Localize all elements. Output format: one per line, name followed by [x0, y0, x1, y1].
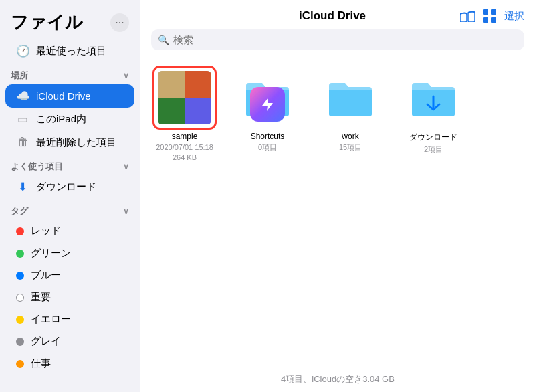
- tag-label: 仕事: [31, 357, 51, 370]
- trash-icon: 🗑: [16, 136, 29, 149]
- chevron-down-icon: ∨: [123, 71, 129, 80]
- tag-dot-blue: [16, 272, 24, 280]
- more-icon: ···: [115, 17, 124, 29]
- shortcuts-symbol: [259, 96, 276, 112]
- tag-dot-important: [16, 294, 24, 302]
- main-header: iCloud Drive 選択: [140, 0, 535, 23]
- sidebar-item-tag-blue[interactable]: ブルー: [5, 264, 134, 286]
- sidebar-item-tag-gray[interactable]: グレイ: [5, 330, 134, 353]
- sidebar-item-tag-work[interactable]: 仕事: [5, 353, 134, 375]
- folder-download-icon: [409, 78, 457, 118]
- svg-rect-5: [491, 17, 496, 23]
- svg-rect-0: [460, 13, 467, 22]
- ipad-icon: ▭: [16, 112, 29, 126]
- sidebar-item-tag-yellow[interactable]: イエロー: [5, 308, 134, 330]
- sidebar-item-label: ダウンロード: [36, 181, 96, 193]
- sidebar-item-tag-important[interactable]: 重要: [5, 286, 134, 308]
- shortcuts-app-icon: [250, 87, 285, 122]
- file-item-download[interactable]: ダウンロード 2項目: [400, 68, 467, 163]
- search-bar[interactable]: 🔍: [151, 29, 524, 50]
- footer: 4項目、iCloudの空き3.04 GB: [140, 367, 535, 392]
- sidebar-item-label: iCloud Drive: [36, 90, 91, 102]
- section-tags: タグ ∨: [0, 199, 140, 220]
- tag-label: レッド: [31, 225, 61, 237]
- sidebar-item-recently-deleted[interactable]: 🗑 最近削除した項目: [5, 131, 134, 154]
- icloud-icon: ☁️: [16, 89, 29, 103]
- folder-view-icon: [460, 10, 475, 22]
- tag-label: グリーン: [31, 247, 71, 260]
- sidebar-item-tag-red[interactable]: レッド: [5, 220, 134, 242]
- file-thumb-wrapper: [154, 68, 215, 128]
- select-button[interactable]: 選択: [504, 10, 524, 23]
- file-meta-date: 2020/07/01 15:18: [156, 142, 213, 153]
- sidebar-item-label: このiPad内: [36, 113, 86, 126]
- tag-dot-green: [16, 250, 24, 258]
- thumb-cell-1: [158, 71, 185, 98]
- tag-dot-yellow: [16, 316, 24, 324]
- main-title: iCloud Drive: [205, 9, 460, 23]
- sidebar-item-tag-green[interactable]: グリーン: [5, 242, 134, 264]
- grid-view-icon: [483, 9, 496, 23]
- tag-label: イエロー: [31, 313, 71, 326]
- tag-label: 重要: [31, 291, 51, 304]
- chevron-down-icon: ∨: [123, 162, 129, 171]
- sidebar-item-label: 最近削除した項目: [36, 136, 116, 149]
- grid-view-button[interactable]: [483, 9, 496, 23]
- header-actions: 選択: [460, 9, 524, 23]
- footer-text: 4項目、iCloudの空き3.04 GB: [281, 374, 395, 384]
- file-item-shortcuts[interactable]: Shortcuts 0項目: [234, 68, 301, 163]
- sidebar-item-label: 最近使った項目: [36, 45, 106, 58]
- file-name: ダウンロード: [409, 132, 457, 143]
- sidebar-header: ファイル ···: [0, 11, 140, 39]
- svg-rect-2: [483, 9, 488, 15]
- file-meta: 2項目: [424, 144, 443, 155]
- file-meta: 15項目: [339, 142, 362, 153]
- file-meta-size: 264 KB: [173, 153, 197, 163]
- file-meta: 0項目: [258, 142, 277, 153]
- tag-label: ブルー: [31, 269, 61, 282]
- tag-dot-work: [16, 360, 24, 368]
- main-content: iCloud Drive 選択: [140, 0, 535, 392]
- file-thumb-wrapper: [403, 68, 463, 128]
- thumb-cell-3: [158, 98, 185, 125]
- recent-icon: 🕐: [16, 44, 29, 58]
- download-icon: ⬇: [16, 180, 29, 194]
- sample-thumbnail: [158, 71, 211, 124]
- sidebar-item-recent[interactable]: 🕐 最近使った項目: [5, 39, 134, 63]
- file-item-work[interactable]: work 15項目: [317, 68, 384, 163]
- section-places: 場所 ∨: [0, 63, 140, 84]
- search-input[interactable]: [173, 34, 518, 45]
- files-grid: sample 2020/07/01 15:18 264 KB: [140, 57, 535, 367]
- sidebar-item-download-fav[interactable]: ⬇ ダウンロード: [5, 175, 134, 199]
- thumb-cell-2: [185, 71, 212, 98]
- file-item-sample[interactable]: sample 2020/07/01 15:18 264 KB: [151, 68, 218, 163]
- file-thumb-wrapper: [237, 68, 298, 128]
- file-name: work: [342, 132, 358, 141]
- folder-view-button[interactable]: [460, 10, 475, 22]
- folder-svg: [326, 78, 374, 118]
- sidebar-item-this-ipad[interactable]: ▭ このiPad内: [5, 108, 134, 131]
- file-name: sample: [172, 132, 198, 141]
- sidebar: ファイル ··· 🕐 最近使った項目 場所 ∨ ☁️ iCloud Drive …: [0, 0, 140, 392]
- chevron-down-icon: ∨: [123, 207, 129, 216]
- svg-rect-3: [491, 9, 496, 15]
- sidebar-item-icloud-drive[interactable]: ☁️ iCloud Drive: [5, 84, 134, 108]
- file-name: Shortcuts: [251, 132, 285, 141]
- tag-dot-red: [16, 227, 24, 235]
- tag-dot-gray: [16, 338, 24, 346]
- svg-rect-4: [483, 17, 488, 23]
- file-thumb-wrapper: [320, 68, 381, 128]
- search-icon: 🔍: [158, 35, 169, 45]
- more-button[interactable]: ···: [110, 13, 129, 32]
- folder-shortcuts-icon: [243, 78, 292, 118]
- tag-label: グレイ: [31, 335, 61, 348]
- sidebar-title: ファイル: [11, 11, 83, 34]
- folder-svg: [409, 78, 457, 118]
- svg-rect-1: [468, 12, 475, 22]
- thumb-cell-4: [185, 98, 212, 125]
- section-favorites: よく使う項目 ∨: [0, 154, 140, 175]
